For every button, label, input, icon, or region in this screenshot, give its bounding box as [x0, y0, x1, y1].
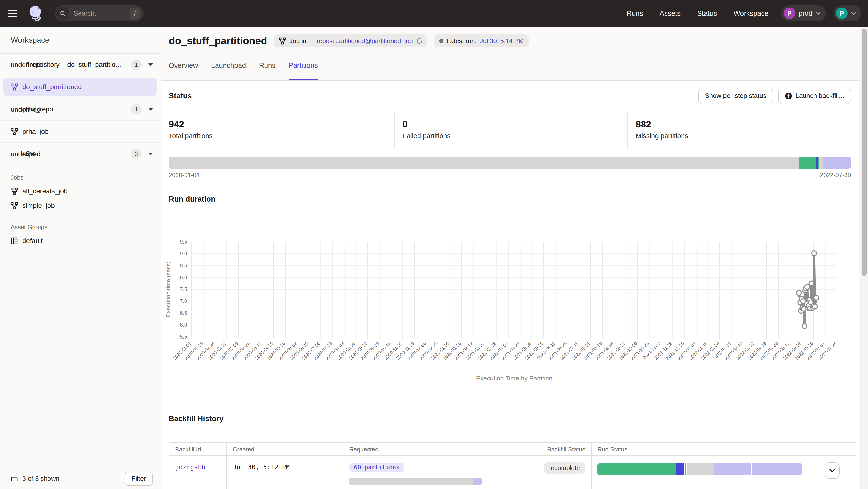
- user-menu[interactable]: P: [834, 5, 861, 21]
- sidebar-footer: 3 of 3 shown Filter: [0, 468, 159, 489]
- backfill-history-table: Backfill IdCreatedRequestedBackfill Stat…: [169, 443, 856, 489]
- icon: undefined: [11, 106, 18, 113]
- bar-segment: [799, 157, 816, 169]
- sidebar-item-simple_job[interactable]: simple_job: [0, 198, 159, 213]
- requested-start-date: 2020-01-01: [349, 488, 382, 489]
- nav-link-runs[interactable]: Runs: [626, 9, 643, 18]
- sidebar-item-label: simple_job: [22, 202, 55, 209]
- search-icon: [56, 7, 69, 20]
- sidebar-item-prha-repo[interactable]: undefinedprha_repo1: [0, 98, 159, 121]
- sidebar-item-repo[interactable]: undefinedrepo3: [0, 143, 159, 165]
- sidebar-sections: Jobsall_cereals_jobsimple_jobAsset Group…: [0, 165, 159, 250]
- main-content: do_stuff_partitioned Job in __reposi...a…: [160, 27, 859, 489]
- job-icon: [279, 37, 286, 44]
- sidebar-section-asset-groups: Asset Groupsdefault: [0, 215, 159, 250]
- partition-status-bar[interactable]: [169, 157, 851, 169]
- svg-text:9.5: 9.5: [180, 239, 187, 245]
- tab-partitions[interactable]: Partitions: [288, 62, 318, 80]
- tab-runs[interactable]: Runs: [259, 62, 275, 80]
- run-duration-title: Run duration: [169, 195, 216, 203]
- sidebar-item-do-stuff-partitioned[interactable]: do_stuff_partitioned: [0, 76, 159, 98]
- status-section-header: Status Show per-step status Launch backf…: [169, 89, 851, 103]
- svg-text:5.5: 5.5: [180, 334, 187, 340]
- tab-overview[interactable]: Overview: [169, 62, 198, 80]
- launch-backfill-button[interactable]: Launch backfill...: [778, 89, 851, 103]
- stat-label: Missing partitions: [636, 132, 859, 140]
- bar-segment: [349, 478, 473, 485]
- filter-button[interactable]: Filter: [125, 471, 153, 486]
- backfill-created-cell: Jul 30, 5:12 PM: [233, 463, 290, 471]
- section-label: Asset Groups: [0, 224, 159, 231]
- run-status-cell: [592, 456, 808, 489]
- stat-value: 0: [402, 119, 627, 130]
- bar-segment: [597, 463, 649, 475]
- workspace-sidebar: Workspace undefined__repository__do_stuf…: [0, 27, 160, 489]
- bar-segment: [824, 157, 851, 169]
- svg-text:7.5: 7.5: [180, 286, 187, 292]
- nav-link-status[interactable]: Status: [697, 9, 717, 18]
- icon: undefined: [11, 150, 18, 158]
- sidebar-item-default[interactable]: default: [0, 234, 159, 248]
- sidebar-repo-list: undefined__repository__do_stuff_partitio…: [0, 54, 159, 165]
- stat-value: 942: [169, 119, 394, 130]
- nav-link-workspace[interactable]: Workspace: [734, 9, 769, 18]
- stat-total-partitions: 942Total partitions: [160, 112, 394, 149]
- latest-run-chip: Latest run: Jul 30, 5:14 PM: [434, 34, 529, 47]
- backfill-history-title: Backfill History: [169, 414, 223, 423]
- page-scrollbar[interactable]: [860, 27, 868, 489]
- sidebar-item-prha-job[interactable]: prha_job: [0, 121, 159, 143]
- sidebar-item-label: default: [22, 237, 43, 245]
- bar-segment: [714, 463, 751, 475]
- scrollbar-thumb[interactable]: [862, 29, 867, 276]
- nav-link-assets[interactable]: Assets: [659, 9, 681, 18]
- search-input[interactable]: Search... /: [55, 5, 144, 21]
- search-shortcut-key: /: [130, 7, 140, 19]
- item-count-badge: 1: [131, 104, 142, 115]
- backfill-id-link[interactable]: jozrgsbh: [175, 463, 205, 471]
- chevron-down-icon: [816, 12, 820, 15]
- sidebar-item-label: prha_repo: [22, 105, 131, 113]
- requested-partitions-chip[interactable]: 60 partitions: [349, 463, 404, 472]
- job-tabs: OverviewLaunchpadRunsPartitions: [169, 62, 859, 80]
- table-header-row: Backfill IdCreatedRequestedBackfill Stat…: [169, 443, 856, 456]
- deployment-switcher[interactable]: P prod: [781, 5, 826, 21]
- svg-text:6.5: 6.5: [180, 310, 187, 316]
- bar-segment: [686, 463, 713, 475]
- asset-group-icon: [11, 237, 18, 244]
- sidebar-item--repository-do-stuff-partitio-[interactable]: undefined__repository__do_stuff_partitio…: [0, 54, 159, 76]
- dagster-app: Search... / RunsAssetsStatusWorkspace P …: [0, 0, 868, 489]
- tabs-divider: [160, 80, 859, 81]
- job-origin-link[interactable]: __reposi...artitioned@partitioned_job: [310, 37, 413, 45]
- latest-run-link[interactable]: Jul 30, 5:14 PM: [480, 37, 524, 45]
- repo-count-text: 3 of 3 shown: [22, 475, 125, 483]
- backfill-requested-cell: 60 partitions 2020-01-01 2022-07-30: [343, 456, 487, 489]
- run-status-bar[interactable]: [597, 463, 802, 475]
- partition-stats-row: 942Total partitions0Failed partitions882…: [160, 112, 859, 149]
- job-origin-prefix: Job in: [289, 37, 306, 45]
- stat-missing-partitions: 882Missing partitions: [627, 112, 859, 149]
- section-label: Jobs: [0, 174, 159, 181]
- job-origin-chip: Job in __reposi...artitioned@partitioned…: [274, 34, 428, 47]
- sidebar-item-all_cereals_job[interactable]: all_cereals_job: [0, 184, 159, 198]
- chevron-down-icon: [851, 12, 856, 15]
- search-placeholder: Search...: [74, 10, 100, 17]
- svg-text:9.0: 9.0: [180, 251, 187, 257]
- bar-segment: [819, 157, 824, 169]
- page-header: do_stuff_partitioned Job in __reposi...a…: [169, 34, 529, 47]
- job-icon: [11, 84, 18, 91]
- bar-segment: [816, 157, 818, 169]
- status-section-title: Status: [169, 92, 192, 100]
- expand-row-button[interactable]: [825, 462, 840, 479]
- deployment-avatar: P: [784, 7, 795, 19]
- column-header-requested: Requested: [343, 443, 487, 455]
- run-duration-chart: 9.59.08.58.07.57.06.56.05.52020-01-01202…: [160, 216, 859, 386]
- section-divider: [160, 189, 859, 189]
- bar-segment: [751, 463, 802, 475]
- show-per-step-status-button[interactable]: Show per-step status: [698, 89, 773, 103]
- caret-down-icon[interactable]: [148, 153, 153, 155]
- hamburger-menu-icon[interactable]: [8, 10, 18, 17]
- caret-down-icon[interactable]: [148, 108, 153, 111]
- caret-down-icon[interactable]: [148, 64, 153, 66]
- refresh-icon[interactable]: [416, 38, 423, 44]
- tab-launchpad[interactable]: Launchpad: [211, 62, 246, 80]
